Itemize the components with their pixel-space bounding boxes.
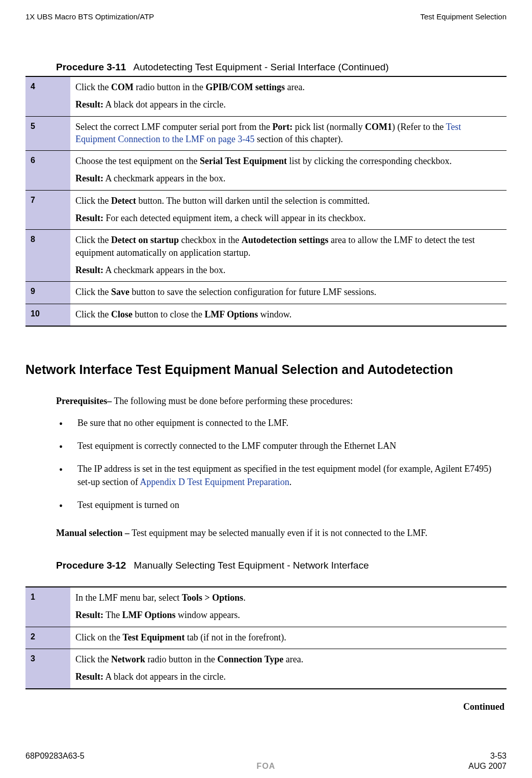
bold-text: Serial Test Equipment [200,156,287,166]
text: pick list (normally [292,122,365,132]
procedure-3-11-title: Procedure 3-11 Autodetecting Test Equipm… [56,62,507,73]
text: Click the [75,82,111,92]
result-label: Result: [75,213,103,223]
continued-label: Continued [25,702,507,712]
step-number: 5 [25,116,70,151]
procedure-label: Procedure 3-11 [56,62,126,72]
text: button to save the selection configurati… [129,287,376,297]
result-text: A black dot appears in the circle. [103,99,226,110]
procedure-3-11-table: 4 Click the COM radio button in the GPIB… [25,76,507,327]
header-left: 1X UBS Macro BTS Optimization/ATP [25,12,154,21]
table-row: 8 Click the Detect on startup checkbox i… [25,230,507,282]
text: In the LMF menu bar, select [75,593,182,603]
text: Click the [75,654,111,664]
bold-text: LMF Options [204,309,258,319]
document-id: 68P09283A63-5 [25,752,85,761]
procedure-label: Procedure 3-12 [56,560,126,571]
table-row: 4 Click the COM radio button in the GPIB… [25,76,507,116]
text: Select the correct LMF computer serial p… [75,122,272,132]
text: Test equipment is correctly connected to… [77,441,396,451]
result-label: Result: [75,173,103,183]
result-text: For each detected equipment item, a chec… [103,213,366,223]
prerequisites-paragraph: Prerequisites– The following must be don… [56,395,507,408]
table-row: 9 Click the Save button to save the sele… [25,282,507,304]
step-number: 9 [25,282,70,304]
table-row: 7 Click the Detect button. The button wi… [25,190,507,230]
text: Be sure that no other equipment is conne… [77,418,288,428]
bold-text: Tools > Options [182,593,244,603]
manual-selection-text: Test equipment may be selected manually … [129,528,428,538]
list-item: Test equipment is correctly connected to… [56,440,507,452]
page-number: 3-53 [490,752,507,761]
list-item: The IP address is set in the test equipm… [56,463,507,488]
table-row: 2 Click on the Test Equipment tab (if no… [25,627,507,649]
text: list by clicking the corresponding check… [287,156,451,166]
step-content: Click the Close button to close the LMF … [70,304,507,326]
text: area. [283,654,303,664]
procedure-3-12-table: 1 In the LMF menu bar, select Tools > Op… [25,586,507,689]
text: The [103,610,122,620]
step-content: Select the correct LMF computer serial p… [70,116,507,151]
text: Click on the [75,632,123,642]
step-content: Click the Detect button. The button will… [70,190,507,230]
manual-selection-label: Manual selection – [56,528,129,538]
step-number: 10 [25,304,70,326]
list-item: Test equipment is turned on [56,499,507,512]
spacer [25,762,97,771]
procedure-3-12-title: Procedure 3-12 Manually Selecting Test E… [56,560,507,571]
text: Click the [75,196,111,206]
table-row: 1 In the LMF menu bar, select Tools > Op… [25,587,507,627]
text: checkbox in the [179,235,242,245]
step-content: Click the Detect on startup checkbox in … [70,230,507,282]
result-label: Result: [75,265,103,275]
text: section of this chapter). [254,134,342,144]
foa-watermark: FOA [97,762,435,771]
step-number: 3 [25,649,70,689]
table-row: 3 Click the Network radio button in the … [25,649,507,689]
step-number: 7 [25,190,70,230]
running-header: 1X UBS Macro BTS Optimization/ATP Test E… [25,12,507,21]
text: button to close the [132,309,204,319]
procedure-caption: Manually Selecting Test Equipment - Netw… [134,560,369,571]
text: window. [258,309,291,319]
list-item: Be sure that no other equipment is conne… [56,417,507,430]
step-number: 8 [25,230,70,282]
text: Click the [75,309,111,319]
prerequisites-label: Prerequisites– [56,396,112,406]
step-content: In the LMF menu bar, select Tools > Opti… [70,587,507,627]
bold-text: Test Equipment [123,632,185,642]
text: area. [285,82,305,92]
bold-text: Port: [272,122,292,132]
text: Test equipment is turned on [77,500,179,510]
text: . [243,593,246,603]
result-text: A checkmark appears in the box. [103,265,225,275]
result-label: Result: [75,99,103,110]
step-content: Choose the test equipment on the Serial … [70,151,507,191]
step-content: Click on the Test Equipment tab (if not … [70,627,507,649]
text: radio button in the [134,82,205,92]
result-label: Result: [75,610,103,620]
text: button. The button will darken until the… [136,196,370,206]
step-number: 2 [25,627,70,649]
table-row: 10 Click the Close button to close the L… [25,304,507,326]
text: ) (Refer to the [392,122,446,132]
table-row: 5 Select the correct LMF computer serial… [25,116,507,151]
step-content: Click the Network radio button in the Co… [70,649,507,689]
table-row: 6 Choose the test equipment on the Seria… [25,151,507,191]
manual-selection-paragraph: Manual selection – Test equipment may be… [56,527,507,540]
cross-reference-link[interactable]: Appendix D Test Equipment Preparation [140,477,289,487]
footer-date: AUG 2007 [435,762,507,771]
header-right: Test Equipment Selection [420,12,507,21]
bold-text: Network [111,654,145,664]
result-label: Result: [75,672,103,682]
step-content: Click the Save button to save the select… [70,282,507,304]
page-footer: 68P09283A63-5 3-53 FOA AUG 2007 [25,752,507,771]
result-text: A checkmark appears in the box. [103,173,225,183]
step-number: 6 [25,151,70,191]
step-number: 4 [25,76,70,116]
text: tab (if not in the forefront). [184,632,286,642]
step-number: 1 [25,587,70,627]
text: window appears. [176,610,240,620]
result-text: A black dot appears in the circle. [103,672,226,682]
procedure-caption: Autodetecting Test Equipment - Serial In… [134,62,389,72]
